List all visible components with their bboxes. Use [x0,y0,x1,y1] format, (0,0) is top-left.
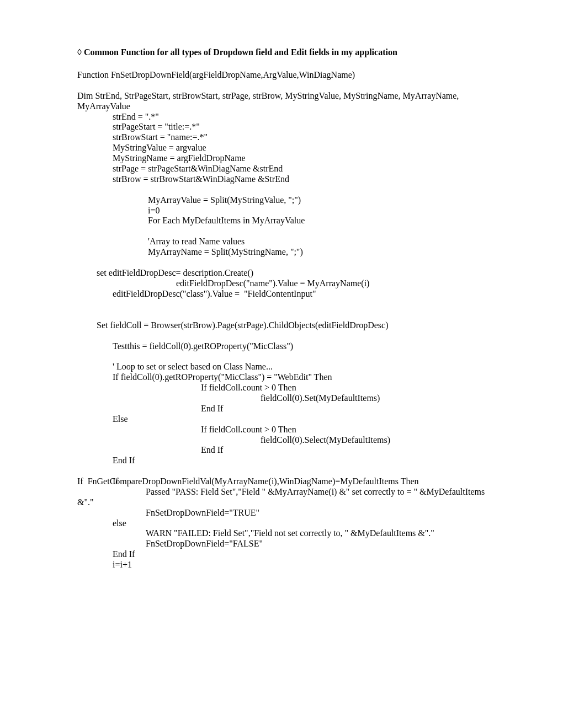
code-line: Dim StrEnd, StrPageStart, strBrowStart, … [77,91,486,112]
code-line: fieldColl(0).Select(MyDefaultItems) [113,435,486,446]
code-line: End If [113,404,486,414]
code-line: Testthis = fieldColl(0).getROProperty("M… [113,341,486,352]
code-line: set editFieldDropDesc= description.Creat… [97,268,486,279]
code-line: End If [113,549,486,560]
code-line: If fieldColl(0).getROProperty("MicClass"… [113,372,486,383]
code-line: Set fieldColl = Browser(strBrow).Page(st… [97,320,486,331]
code-line: FnSetDropDownField="TRUE" [77,508,486,518]
code-line: editFieldDropDesc("class").Value = "Fiel… [113,289,486,299]
code-line: Passed "PASS: Field Set","Field " &MyArr… [77,487,486,508]
code-line: editFieldDropDesc("name").Value = MyArra… [97,279,486,289]
code-line: MyArrayValue = Split(MyStringValue, ";") [148,195,486,206]
code-line: Else [113,414,486,425]
code-line: ' Loop to set or select based on Class N… [113,362,486,372]
code-line: Function FnSetDropDownField(argFieldDrop… [77,70,486,81]
code-line: strBrow = strBrowStart&WinDiagName &StrE… [113,174,486,185]
code-line: else [77,518,486,529]
code-line: strBrowStart = "name:=.*" [113,132,486,143]
code-line: strPage = strPageStart&WinDiagName &strE… [113,164,486,174]
code-line: i=i+1 [113,560,486,570]
code-line: If fieldColl.count > 0 Then [113,425,486,435]
code-line: MyStringName = argFieldDropName [113,153,486,164]
code-line: fieldColl(0).Set(MyDefaultItems) [113,393,486,404]
code-line: FnSetDropDownField="FALSE" [77,539,486,549]
code-line: strPageStart = "title:=.*" [113,122,486,132]
code-line: MyArrayName = Split(MyStringName, ";") [148,247,486,258]
document-title: ◊ Common Function for all types of Dropd… [77,47,486,58]
title-text: Common Function for all types of Dropdow… [84,47,397,57]
code-line: If fieldColl.count > 0 Then [113,383,486,393]
code-line: strEnd = ".*" [113,112,486,122]
bullet-diamond-icon: ◊ [77,47,84,57]
code-line: MyStringValue = argvalue [113,143,486,153]
code-line: End If [113,445,486,456]
code-line: End If [113,456,486,466]
code-line: If FnGetCompareDropDownFieldVal(MyArrayN… [77,477,486,487]
code-line: 'Array to read Name values [148,237,486,247]
code-line: i=0 [148,206,486,216]
code-line: For Each MyDefaultItems in MyArrayValue [148,216,486,226]
code-line: WARN "FAILED: Field Set","Field not set … [77,528,486,539]
